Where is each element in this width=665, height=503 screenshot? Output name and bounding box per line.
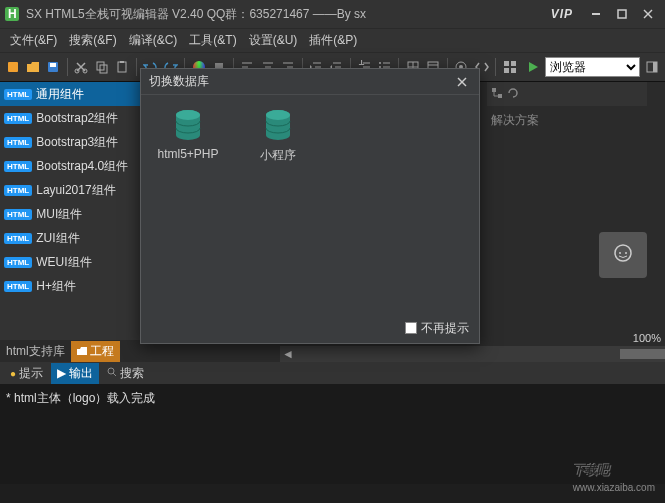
- sidebar-item-label: MUI组件: [36, 206, 82, 223]
- html-badge-icon: HTML: [4, 89, 32, 100]
- svg-rect-14: [120, 61, 124, 63]
- horizontal-scrollbar[interactable]: ◄ ►: [280, 346, 665, 362]
- tab-hint[interactable]: ●提示: [4, 363, 49, 384]
- zoom-level: 100%: [633, 332, 661, 344]
- switch-database-dialog: 切换数据库 html5+PHP 小程序 不再提示: [140, 68, 480, 344]
- dialog-footer: 不再提示: [141, 313, 479, 343]
- cut-icon[interactable]: [73, 57, 90, 77]
- svg-rect-8: [50, 63, 56, 67]
- titlebar: H SX HTML5全栈可视编辑器 V2.40 QQ群：635271467 ——…: [0, 0, 665, 28]
- tab-output[interactable]: ▶输出: [51, 363, 99, 384]
- svg-rect-51: [504, 68, 509, 73]
- html-badge-icon: HTML: [4, 233, 32, 244]
- svg-rect-49: [504, 61, 509, 66]
- separator: [67, 58, 68, 76]
- scrollbar-thumb[interactable]: [620, 349, 665, 359]
- menu-settings[interactable]: 设置(&U): [243, 30, 304, 51]
- folder-icon: [77, 347, 87, 357]
- console-line: * html主体（logo）载入完成: [6, 390, 659, 407]
- right-panel: 解决方案: [487, 82, 647, 135]
- database-icon: [260, 107, 296, 143]
- sidebar-item-weui[interactable]: HTMLWEUI组件: [0, 250, 140, 274]
- svg-rect-6: [8, 62, 18, 72]
- chat-icon: [611, 243, 635, 267]
- separator: [495, 58, 496, 76]
- svg-point-36: [379, 62, 381, 64]
- maximize-button[interactable]: [609, 4, 635, 24]
- svg-point-67: [176, 110, 200, 120]
- run-button[interactable]: [525, 57, 542, 77]
- dialog-title: 切换数据库: [149, 73, 453, 90]
- menu-file[interactable]: 文件(&F): [4, 30, 63, 51]
- menu-tools[interactable]: 工具(&T): [183, 30, 242, 51]
- html-badge-icon: HTML: [4, 209, 32, 220]
- sidebar-tab-project[interactable]: 工程: [71, 341, 120, 362]
- sidebar-item-label: H+组件: [36, 278, 76, 295]
- menubar: 文件(&F) 搜索(&F) 编译(&C) 工具(&T) 设置(&U) 插件(&P…: [0, 28, 665, 52]
- close-button[interactable]: [635, 4, 661, 24]
- panel-toggle-icon[interactable]: [643, 57, 660, 77]
- db-option-label: 小程序: [260, 147, 296, 164]
- html-badge-icon: HTML: [4, 113, 32, 124]
- vip-badge: VIP: [551, 7, 573, 21]
- sidebar-item-label: Bootstrap3组件: [36, 134, 118, 151]
- sidebar-item-zui[interactable]: HTMLZUI组件: [0, 226, 140, 250]
- db-option-html5php[interactable]: html5+PHP: [153, 107, 223, 301]
- minimize-button[interactable]: [583, 4, 609, 24]
- menu-compile[interactable]: 编译(&C): [123, 30, 184, 51]
- bottom-tabs: ●提示 ▶输出 搜索: [0, 362, 665, 384]
- sidebar-item-bootstrap4[interactable]: HTMLBootstrap4.0组件: [0, 154, 140, 178]
- dialog-header[interactable]: 切换数据库: [141, 69, 479, 95]
- tree-icon[interactable]: [491, 87, 503, 102]
- right-toolbar: [487, 82, 647, 106]
- scroll-left-icon[interactable]: ◄: [280, 346, 296, 362]
- svg-rect-54: [653, 62, 657, 72]
- svg-rect-3: [618, 10, 626, 18]
- sidebar-item-common[interactable]: HTML通用组件: [0, 82, 140, 106]
- sidebar-tab-support[interactable]: html支持库: [0, 341, 71, 362]
- dont-remind-checkbox[interactable]: [405, 322, 417, 334]
- chat-button[interactable]: [599, 232, 647, 278]
- tab-search[interactable]: 搜索: [101, 363, 150, 384]
- new-icon[interactable]: [4, 57, 21, 77]
- sidebar-item-label: Layui2017组件: [36, 182, 115, 199]
- svg-rect-13: [118, 62, 126, 72]
- paste-icon[interactable]: [113, 57, 130, 77]
- sidebar-item-label: WEUI组件: [36, 254, 91, 271]
- sidebar-item-mui[interactable]: HTMLMUI组件: [0, 202, 140, 226]
- window-title: SX HTML5全栈可视编辑器 V2.40 QQ群：635271467 ——By…: [26, 6, 551, 23]
- sidebar-item-label: 通用组件: [36, 86, 84, 103]
- dialog-close-button[interactable]: [453, 73, 471, 91]
- svg-text:H: H: [8, 7, 17, 21]
- search-icon: [107, 366, 117, 380]
- save-icon[interactable]: [45, 57, 62, 77]
- copy-icon[interactable]: [93, 57, 110, 77]
- menu-plugins[interactable]: 插件(&P): [303, 30, 363, 51]
- sidebar-tabs: html支持库 工程: [0, 340, 140, 362]
- separator: [136, 58, 137, 76]
- html-badge-icon: HTML: [4, 161, 32, 172]
- sidebar-item-label: Bootstrap2组件: [36, 110, 118, 127]
- db-option-label: html5+PHP: [157, 147, 218, 161]
- svg-line-63: [113, 373, 116, 376]
- sidebar-item-bootstrap3[interactable]: HTMLBootstrap3组件: [0, 130, 140, 154]
- sidebar: HTML通用组件 HTMLBootstrap2组件 HTMLBootstrap3…: [0, 82, 140, 362]
- bulb-icon: ●: [10, 368, 16, 379]
- sidebar-item-label: Bootstrap4.0组件: [36, 158, 128, 175]
- svg-rect-55: [492, 88, 496, 92]
- db-option-miniprogram[interactable]: 小程序: [243, 107, 313, 301]
- refresh-icon[interactable]: [507, 87, 519, 102]
- html-badge-icon: HTML: [4, 281, 32, 292]
- grid-icon[interactable]: [501, 57, 518, 77]
- dont-remind-label: 不再提示: [421, 320, 469, 337]
- menu-search[interactable]: 搜索(&F): [63, 30, 122, 51]
- sidebar-item-layui[interactable]: HTMLLayui2017组件: [0, 178, 140, 202]
- solution-label: 解决方案: [487, 106, 647, 135]
- open-icon[interactable]: [24, 57, 41, 77]
- sidebar-item-bootstrap2[interactable]: HTMLBootstrap2组件: [0, 106, 140, 130]
- browser-select[interactable]: 浏览器: [545, 57, 641, 77]
- svg-rect-56: [498, 94, 502, 98]
- sidebar-item-hplus[interactable]: HTMLH+组件: [0, 274, 140, 298]
- sidebar-item-label: ZUI组件: [36, 230, 79, 247]
- console-output: * html主体（logo）载入完成: [0, 384, 665, 484]
